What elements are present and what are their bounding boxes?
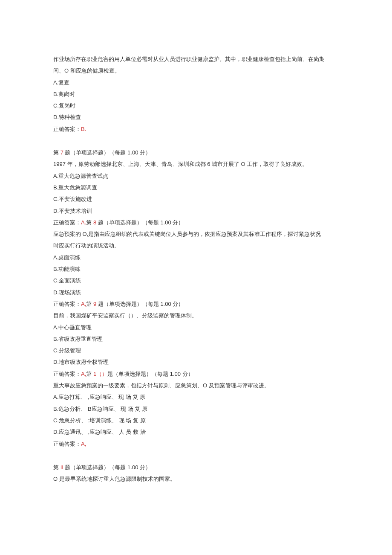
q6-answer-label: 正确答案： bbox=[53, 126, 81, 132]
q6-option-d: D.特种检查 bbox=[53, 111, 339, 123]
q8-stem-line1: 应急预案的 O,是指由应急组织的代表或关键岗位人员参与的，依据应急预案及其标准工… bbox=[53, 228, 339, 240]
q6-stem-line2: 间、O 和应急的健康检查。 bbox=[53, 65, 339, 76]
spacer-2 bbox=[53, 450, 339, 462]
q7-option-c: C.平安设施改进 bbox=[53, 193, 339, 205]
spacer bbox=[53, 135, 339, 147]
q7-stem: 1997 年，原劳动部选择北京、上海、天津、青岛、深圳和成都 6 城市开展了 O… bbox=[53, 158, 339, 170]
q9-header-post: 题（单项选择题）（每题 1.00 分） bbox=[96, 301, 184, 307]
q6-answer-value: B. bbox=[81, 126, 86, 132]
q11-header: 第 II 题（单项选择题）（每题 1.00 分） bbox=[53, 462, 339, 473]
q8-option-b: B.功能演练 bbox=[53, 263, 339, 275]
q10-header-post: 题（单项选择题）（每题 1.00 分） bbox=[107, 371, 193, 377]
q7-answer-label: 正确答案： bbox=[53, 219, 81, 226]
q9-option-a: A.中心垂直管理 bbox=[53, 322, 339, 333]
q10-header-num: 1（） bbox=[93, 371, 107, 377]
q8-option-c: C.全面演练 bbox=[53, 275, 339, 286]
q7-answer-value: A. bbox=[81, 219, 86, 226]
q9-answer-and-q10-header: 正确答案：A,第 1（）题（单项选择题）（每题 1.00 分） bbox=[53, 368, 339, 380]
q7-header-num: 7 bbox=[61, 149, 63, 156]
q11-stem: O 是最早系统地探讨重大危急源限制技术的国家。 bbox=[53, 473, 339, 485]
q8-header-pre: 第 bbox=[86, 219, 93, 226]
q10-option-d: D.应急通讯、 ,应急响应、 人 员 救 治 bbox=[53, 426, 339, 438]
q10-answer-value: A, bbox=[81, 441, 86, 447]
q6-answer: 正确答案：B. bbox=[53, 123, 339, 135]
q6-option-a: A.复查 bbox=[53, 77, 339, 88]
q11-header-pre: 第 bbox=[53, 464, 61, 471]
q7-option-b: B.重大危急源调查 bbox=[53, 182, 339, 193]
q10-option-c: C.危急分析、 :培训演练、 现 场 复 原 bbox=[53, 415, 339, 426]
q10-option-b: B.危急分析、 B应急响应、 现 场 复 原 bbox=[53, 403, 339, 415]
q9-answer-value: A, bbox=[81, 371, 86, 377]
q9-option-c: C.分级管理 bbox=[53, 345, 339, 356]
q8-answer-label: 正确答案： bbox=[53, 301, 81, 307]
q10-answer: 正确答案：A, bbox=[53, 438, 339, 450]
q8-option-a: A.桌面演练 bbox=[53, 252, 339, 263]
q9-stem: 目前，我国煤矿平安监察实行（）、分级监察的管理体制。 bbox=[53, 310, 339, 321]
q9-header-pre: 第 bbox=[86, 301, 93, 307]
q6-option-b: B.离岗时 bbox=[53, 88, 339, 100]
q8-stem-line2: 时应实行行动的演练活动。 bbox=[53, 240, 339, 251]
q10-header-pre: 第 bbox=[86, 371, 93, 377]
q6-option-c: C.复岗时 bbox=[53, 100, 339, 111]
q8-answer-value: A, bbox=[81, 301, 86, 307]
q11-header-post: 题（单项选择题）（每题 1.00 分） bbox=[63, 464, 151, 471]
q8-option-d: D.现场演练 bbox=[53, 287, 339, 298]
q9-answer-label: 正确答案： bbox=[53, 371, 81, 377]
q8-answer-and-q9-header: 正确答案：A,第 9 题（单项选择题）（每题 1.00 分） bbox=[53, 298, 339, 310]
q7-option-d: D.平安技术培训 bbox=[53, 205, 339, 217]
q7-header: 第 7 题（单项选择题）（每题 1.00 分） bbox=[53, 147, 339, 158]
q10-answer-label: 正确答案： bbox=[53, 441, 81, 447]
q6-stem-line1: 作业场所存在职业危害的用人单位必需对从业人员进行职业健康监护。其中，职业健康检查… bbox=[53, 53, 339, 65]
q7-header-pre: 第 bbox=[53, 149, 61, 156]
page-content: 作业场所存在职业危害的用人单位必需对从业人员进行职业健康监护。其中，职业健康检查… bbox=[0, 0, 392, 555]
q7-answer-and-q8-header: 正确答案：A.第 8 题（单项选择题）（每题 1.00 分） bbox=[53, 217, 339, 228]
q8-header-post: 题（单项选择题）（每题 1.00 分） bbox=[96, 219, 184, 226]
q9-option-d: D.地市级政府全权管理 bbox=[53, 356, 339, 368]
q7-option-a: A.重大危急源普查试点 bbox=[53, 170, 339, 182]
q11-header-num: II bbox=[61, 464, 63, 471]
q10-stem: 重大事故应急预案的一级要素，包括方针与原则、应急策划、O 及预案管理与评审改进。 bbox=[53, 380, 339, 391]
q7-header-post: 题（单项选择题）（每题 1.00 分） bbox=[63, 149, 151, 156]
q9-option-b: B.省级政府垂直管理 bbox=[53, 333, 339, 345]
q10-option-a: A.应急打算、 ,应急响应、 现 场 复 原 bbox=[53, 391, 339, 403]
